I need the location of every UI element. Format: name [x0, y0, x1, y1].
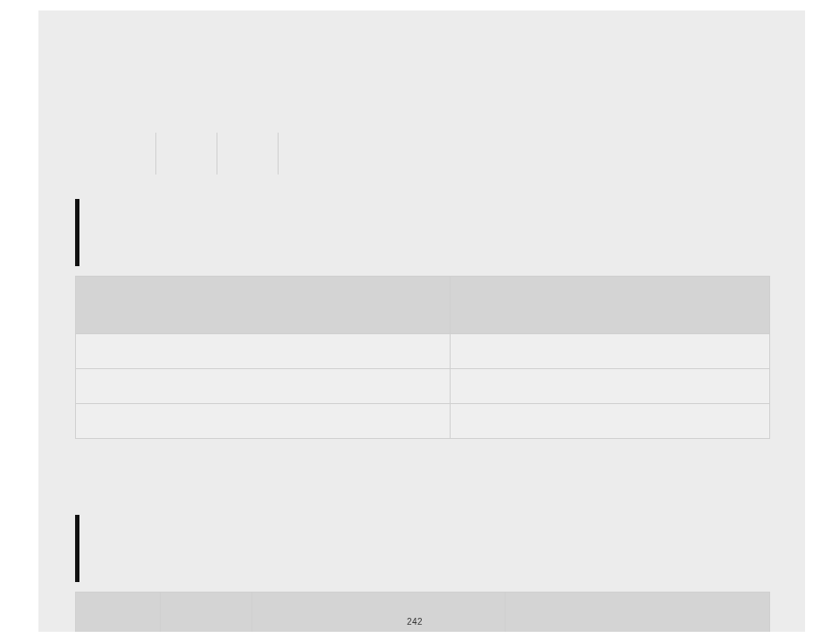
table-cell: [451, 369, 770, 404]
table-row: [76, 334, 770, 369]
table-cell: [451, 404, 770, 439]
table-header-cell: [451, 277, 770, 334]
section-marker-bar: [75, 515, 79, 582]
table-row: [76, 404, 770, 439]
document-page: 242: [38, 10, 805, 632]
table-cell: [76, 404, 451, 439]
page-number: 242: [38, 617, 805, 627]
table-header-cell: [76, 277, 451, 334]
vertical-divider: [217, 133, 217, 175]
table-cell: [76, 369, 451, 404]
content-table-1: [75, 276, 770, 439]
table-row: [76, 369, 770, 404]
top-divider-group: [155, 133, 339, 175]
section-marker-bar: [75, 199, 79, 266]
vertical-divider: [155, 133, 156, 175]
table-cell: [451, 334, 770, 369]
table-cell: [76, 334, 451, 369]
vertical-divider: [278, 133, 279, 175]
table-header-row: [76, 277, 770, 334]
page-number-text: 242: [407, 617, 423, 627]
